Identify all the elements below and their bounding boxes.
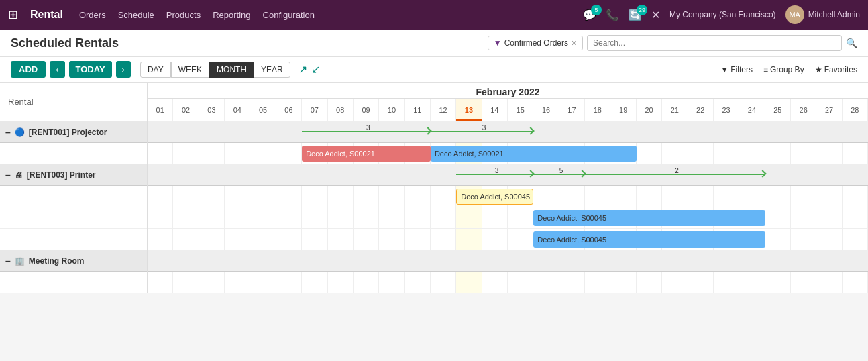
day-header-06: 06 xyxy=(276,99,302,121)
cal-cell-26 xyxy=(791,207,816,228)
resource-group-0[interactable]: – 🔵 [RENT001] Projector xyxy=(0,121,147,143)
arrow-label-1-2: 2 xyxy=(675,167,679,174)
filter-remove-icon[interactable]: ✕ xyxy=(571,39,577,48)
gantt-bar-0-0-0[interactable]: Deco Addict, S00021 xyxy=(302,146,431,162)
arrow-label-0-0: 3 xyxy=(366,124,370,132)
cal-cell-15 xyxy=(508,207,533,228)
gantt-bar-0-0-1[interactable]: Deco Addict, S00021 xyxy=(431,146,637,162)
view-year[interactable]: YEAR xyxy=(254,62,290,78)
add-button[interactable]: ADD xyxy=(11,61,46,78)
cal-cell-28 xyxy=(843,229,868,250)
cal-cell-12 xyxy=(431,229,456,250)
cal-cell-11 xyxy=(405,272,431,293)
nav-reporting[interactable]: Reporting xyxy=(213,10,250,20)
cal-cell-14 xyxy=(482,207,508,228)
app-grid-icon[interactable]: ⊞ xyxy=(8,7,18,22)
next-button[interactable]: › xyxy=(116,61,131,78)
cal-cell-03 xyxy=(199,229,225,250)
nav-schedule[interactable]: Schedule xyxy=(118,10,154,20)
filters-button[interactable]: ▼ Filters xyxy=(720,65,753,74)
nav-links: Orders Schedule Products Reporting Confi… xyxy=(79,10,571,20)
cal-cell-19 xyxy=(610,272,636,293)
cal-cell-22 xyxy=(688,186,714,207)
cal-cell-09 xyxy=(354,207,379,228)
phone-icon[interactable]: 📞 xyxy=(606,9,619,21)
cal-cell-20 xyxy=(637,186,662,207)
cal-cell-15 xyxy=(508,272,533,293)
resource-item-1-1 xyxy=(0,207,147,229)
filter-buttons: ▼ Filters ≡ Group By ★ Favorites xyxy=(720,65,857,74)
favorites-button[interactable]: ★ Favorites xyxy=(815,65,857,74)
filter-tag-confirmed-orders[interactable]: ▼ Confirmed Orders ✕ xyxy=(488,36,583,50)
view-switcher: DAY WEEK MONTH YEAR xyxy=(140,62,290,78)
day-header-12: 12 xyxy=(431,99,456,121)
cal-cell-11 xyxy=(405,186,431,207)
cal-row-0-0: Deco Addict, S00021Deco Addict, S00021 xyxy=(148,143,868,164)
day-header-10: 10 xyxy=(379,99,404,121)
cal-cell-17 xyxy=(559,272,585,293)
today-button[interactable]: TODAY xyxy=(69,61,112,78)
cal-cell-05 xyxy=(250,207,276,228)
cal-cell-02 xyxy=(173,229,199,250)
user-avatar: MA xyxy=(785,5,804,24)
cal-cell-25 xyxy=(765,207,791,228)
nav-products[interactable]: Products xyxy=(166,10,201,20)
month-header: February 2022 xyxy=(148,83,868,99)
day-header-17: 17 xyxy=(559,99,585,121)
cal-cell-25 xyxy=(765,229,791,250)
gantt-bar-1-2-0[interactable]: Deco Addict, S00045 xyxy=(533,231,765,248)
arrow-label-1-1: 5 xyxy=(559,167,563,174)
top-nav: ⊞ Rental Orders Schedule Products Report… xyxy=(0,0,868,30)
view-week[interactable]: WEEK xyxy=(171,62,209,78)
app-brand[interactable]: Rental xyxy=(30,9,63,21)
cal-cell-25 xyxy=(765,143,791,164)
cal-cell-28 xyxy=(843,186,868,207)
nav-configuration[interactable]: Configuration xyxy=(263,10,315,20)
prev-button[interactable]: ‹ xyxy=(50,61,64,78)
cal-group-row-1: 352 xyxy=(148,164,868,186)
view-month[interactable]: MONTH xyxy=(209,62,254,78)
company-name[interactable]: My Company (San Francisco) xyxy=(669,10,776,19)
view-day[interactable]: DAY xyxy=(140,62,171,78)
calendar-wrapper: Rental – 🔵 [RENT001] Projector– 🖨 [RENT0… xyxy=(0,83,868,359)
cal-cell-27 xyxy=(816,207,842,228)
close-icon[interactable]: ✕ xyxy=(651,9,660,21)
day-header-08: 08 xyxy=(328,99,354,121)
cal-row-1-1: Deco Addict, S00045 xyxy=(148,207,868,229)
filter-tag-label: Confirmed Orders xyxy=(504,38,568,48)
day-header-15: 15 xyxy=(508,99,533,121)
expand-icon-2[interactable]: ↙ xyxy=(311,63,320,76)
groupby-button[interactable]: ≡ Group By xyxy=(763,65,804,74)
day-header-28: 28 xyxy=(843,99,868,121)
resource-group-2[interactable]: – 🏢 Meeting Room xyxy=(0,250,147,272)
refresh-icon[interactable]: 🔄 29 xyxy=(629,9,642,21)
resource-col-header: Rental xyxy=(0,83,147,121)
cal-row-1-0: Deco Addict, S00045 xyxy=(148,186,868,207)
cal-cell-28 xyxy=(843,143,868,164)
cal-cell-03 xyxy=(199,272,225,293)
refresh-badge: 29 xyxy=(637,5,647,15)
cal-cell-28 xyxy=(843,207,868,228)
cal-cell-12 xyxy=(431,186,456,207)
cal-cell-27 xyxy=(816,272,842,293)
expand-icon-1[interactable]: ↗ xyxy=(299,63,307,76)
nav-orders[interactable]: Orders xyxy=(79,10,106,20)
cal-cell-02 xyxy=(173,272,199,293)
gantt-bar-1-0-0[interactable]: Deco Addict, S00045 xyxy=(456,189,533,205)
day-header-18: 18 xyxy=(585,99,610,121)
chat-icon[interactable]: 💬 5 xyxy=(583,9,596,21)
cal-cell-02 xyxy=(173,207,199,228)
cal-cell-06 xyxy=(276,143,302,164)
cal-cell-05 xyxy=(250,229,276,250)
gantt-bar-1-1-0[interactable]: Deco Addict, S00045 xyxy=(533,210,765,226)
groupby-icon: ≡ xyxy=(763,65,768,74)
search-input[interactable] xyxy=(587,35,842,51)
user-menu[interactable]: MA Mitchell Admin xyxy=(785,5,860,24)
day-header-14: 14 xyxy=(482,99,508,121)
resource-group-1[interactable]: – 🖨 [RENT003] Printer xyxy=(0,164,147,186)
cal-cell-06 xyxy=(276,186,302,207)
arrow-label-0-1: 3 xyxy=(482,124,486,132)
search-icon[interactable]: 🔍 xyxy=(846,38,857,48)
cal-cell-08 xyxy=(328,229,354,250)
cal-cell-09 xyxy=(354,229,379,250)
